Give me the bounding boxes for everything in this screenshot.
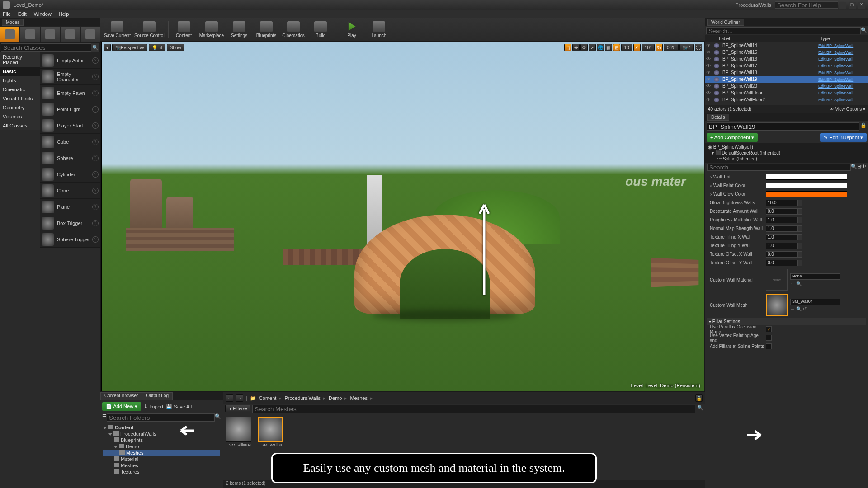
wall-tint-color[interactable] [766,174,847,180]
actor-name-input[interactable] [707,122,859,131]
lock-path-button[interactable]: 🔒 [695,394,703,402]
scale-mode-button[interactable]: ⤢ [589,44,596,51]
outliner-row[interactable]: 👁BP_SplineWall17Edit BP_SplineWall [705,62,868,69]
settings-button[interactable]: Settings [227,21,251,38]
edit-blueprint-link[interactable]: Edit BP_SplineWall [818,70,867,75]
landscape-mode-button[interactable] [40,26,60,42]
select-mode-button[interactable]: ⬚ [564,44,571,51]
offset-x-input[interactable] [766,251,797,258]
breadcrumb[interactable]: ProceduralWalls [284,395,321,401]
help-icon[interactable]: ? [92,90,99,96]
category-item[interactable]: Recently Placed [0,52,40,67]
edit-blueprint-button[interactable]: ✎ Edit Blueprint ▾ [820,133,867,142]
search-assets-input[interactable] [252,405,695,413]
save-all-button[interactable]: 💾 Save All [166,404,192,409]
category-item[interactable]: Cinematic [0,85,40,94]
outliner-row[interactable]: 👁BP_SplineWall19Edit BP_SplineWall [705,76,868,83]
world-outliner-tab[interactable]: World Outliner [707,19,744,26]
details-search-input[interactable] [707,164,851,171]
surface-snap-button[interactable]: ▦ [605,44,612,51]
view-options-button[interactable]: 👁 View Options ▾ [830,107,865,112]
column-label[interactable]: Label [717,35,818,42]
cinematics-button[interactable]: Cinematics [282,21,305,38]
grid-snap-value[interactable]: 10 [621,44,632,51]
launch-button[interactable]: Launch [367,21,391,38]
scale-snap-button[interactable]: % [656,44,663,51]
edit-blueprint-link[interactable]: Edit BP_SplineWall [818,57,867,61]
roughness-input[interactable] [766,217,797,223]
visibility-icon[interactable]: 👁 [706,43,712,48]
add-pillars-checkbox[interactable] [766,343,772,349]
actor-item[interactable]: Point Light? [40,101,100,117]
menu-file[interactable]: File [3,11,11,17]
rotate-mode-button[interactable]: ⟳ [580,44,588,51]
actor-item[interactable]: Plane? [40,199,100,215]
visibility-icon[interactable]: 👁 [706,77,712,82]
minimize-button[interactable]: — [839,2,846,9]
actor-item[interactable]: Cylinder? [40,166,100,183]
breadcrumb[interactable]: Meshes [350,395,368,401]
mesh-selector[interactable]: SM_Wall04 [790,299,840,305]
edit-blueprint-link[interactable]: Edit BP_SplineWall [818,64,867,68]
close-button[interactable]: ✕ [858,2,865,9]
camera-speed-button[interactable]: 📷 4 [679,44,694,51]
matrix-icon[interactable]: ⊞ [857,164,861,171]
source-control-button[interactable]: Source Control [134,21,165,38]
visibility-icon[interactable]: 👁 [706,50,712,55]
edit-blueprint-link[interactable]: Edit BP_SplineWall [818,43,867,48]
outliner-row[interactable]: 👁BP_SplineWallFloorEdit BP_SplineWall [705,89,868,96]
play-button[interactable]: Play [340,21,363,38]
visibility-icon[interactable]: 👁 [706,63,712,68]
content-button[interactable]: Content [172,21,196,38]
help-icon[interactable]: ? [92,204,99,210]
viewport-options-button[interactable]: ▾ [104,44,111,51]
marketplace-button[interactable]: Marketplace [199,21,224,38]
menu-help[interactable]: Help [59,11,69,17]
vertex-paint-checkbox[interactable] [766,335,772,341]
help-icon[interactable]: ? [92,236,99,243]
wall-paint-color[interactable] [766,183,847,188]
history-fwd-button[interactable]: → [236,394,243,402]
grid-snap-button[interactable]: ⊞ [613,44,620,51]
visibility-icon[interactable]: 👁 [706,90,712,95]
glow-brightness-input[interactable] [766,200,797,206]
actor-item[interactable]: Empty Character? [40,69,100,85]
help-icon[interactable]: ? [92,220,99,226]
search-classes-input[interactable] [1,43,91,52]
visibility-icon[interactable]: 👁 [706,84,712,89]
category-item[interactable]: All Classes [0,121,40,130]
visibility-icon[interactable]: 👁 [706,97,712,102]
help-icon[interactable]: ? [92,188,99,194]
place-mode-button[interactable] [0,26,20,42]
toggle-sources-button[interactable]: ☰ [102,413,107,422]
actor-item[interactable]: Empty Pawn? [40,85,100,101]
visibility-icon[interactable]: 👁 [706,56,712,61]
help-icon[interactable]: ? [92,106,99,113]
edit-blueprint-link[interactable]: Edit BP_SplineWall [818,77,867,82]
desaturate-input[interactable] [766,208,797,215]
outliner-search-input[interactable] [706,27,861,34]
edit-blueprint-link[interactable]: Edit BP_SplineWall [818,91,867,95]
normal-input[interactable] [766,225,797,232]
asset-item[interactable]: SM_Pillar04 [226,417,254,477]
build-button[interactable]: Build [309,21,332,38]
filters-button[interactable]: ▼ Filters ▾ [225,405,250,412]
edit-blueprint-link[interactable]: Edit BP_SplineWall [818,84,867,89]
help-icon[interactable]: ? [92,57,99,64]
translate-mode-button[interactable]: ✥ [572,44,580,51]
edit-blueprint-link[interactable]: Edit BP_SplineWall [818,98,867,102]
mesh-thumbnail[interactable] [766,294,788,316]
blueprints-button[interactable]: Blueprints [255,21,278,38]
menu-edit[interactable]: Edit [18,11,27,17]
visibility-icon[interactable]: 👁 [706,70,712,75]
scale-snap-value[interactable]: 0.25 [664,44,679,51]
edit-blueprint-link[interactable]: Edit BP_SplineWall [818,50,867,55]
material-selector[interactable]: None [790,273,840,280]
lit-button[interactable]: 💡 Lit [149,44,165,51]
show-button[interactable]: Show [167,44,184,51]
tiling-y-input[interactable] [766,243,797,249]
details-tab[interactable]: Details [707,114,729,121]
output-log-tab[interactable]: Output Log [142,392,172,400]
maximize-button[interactable]: ▢ [849,2,856,9]
column-type[interactable]: Type [818,35,868,42]
